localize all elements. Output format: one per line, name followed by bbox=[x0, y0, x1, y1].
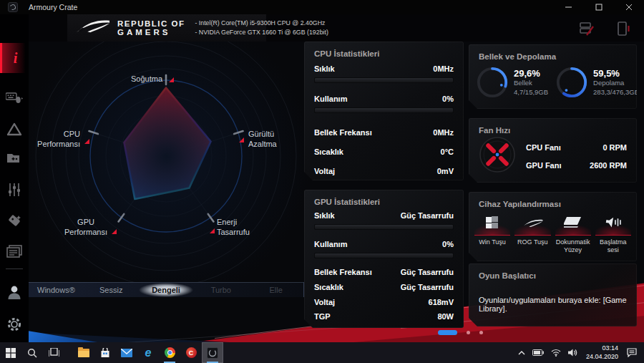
tab-sessiz[interactable]: Sessiz bbox=[84, 283, 139, 297]
system-specs: - Intel(R) Core(TM) i5-9300H CPU @ 2.40G… bbox=[195, 19, 328, 37]
sidebar-item-offers[interactable] bbox=[0, 205, 29, 236]
sidebar-divider bbox=[6, 268, 23, 269]
edge-button[interactable]: e bbox=[137, 342, 159, 363]
brand-line1: REPUBLIC OF bbox=[117, 19, 185, 28]
tray-expand-chevron[interactable] bbox=[514, 342, 529, 363]
window-title: Armoury Crate bbox=[29, 3, 77, 11]
chrome-button[interactable] bbox=[159, 342, 180, 363]
rog-banner: REPUBLIC OF GAMERS - Intel(R) Core(TM) i… bbox=[67, 14, 266, 42]
sidebar-item-devices[interactable] bbox=[0, 83, 29, 113]
titlebar: Armoury Crate bbox=[0, 0, 644, 14]
mail-button[interactable] bbox=[116, 342, 137, 363]
rog-logo-icon bbox=[76, 17, 110, 39]
search-button[interactable] bbox=[21, 342, 43, 363]
mobile-connect-icon[interactable] bbox=[614, 20, 630, 36]
armoury-crate-window: Armoury Crate bbox=[0, 0, 644, 363]
stat-row: SıcaklıkGüç Tasarrufu bbox=[304, 283, 464, 291]
fan-speed-panel: Fan Hızı bbox=[469, 118, 637, 183]
performance-radar: Soğutma GürültüAzaltma CPUPerformansı GP… bbox=[29, 42, 304, 282]
minimize-button[interactable] bbox=[554, 0, 584, 14]
storage-label: Depolama bbox=[593, 79, 639, 88]
memory-detail: 4,7/15,9GB bbox=[514, 88, 548, 97]
tab-turbo[interactable]: Turbo bbox=[193, 283, 248, 297]
ccleaner-icon: C bbox=[186, 347, 197, 358]
sidebar-item-aura-sync[interactable] bbox=[0, 115, 29, 145]
axis-marker-icon bbox=[239, 137, 244, 142]
header-actions bbox=[578, 20, 630, 36]
tab-dengeli[interactable]: Dengeli bbox=[139, 283, 194, 297]
memory-label: Bellek bbox=[514, 79, 548, 88]
panel-title: Fan Hızı bbox=[469, 118, 637, 135]
gear-icon bbox=[6, 316, 22, 332]
panel-title: Oyun Başlatıcı bbox=[469, 263, 637, 280]
stat-row: Voltaj0mV bbox=[304, 167, 464, 175]
spec-cpu: - Intel(R) Core(TM) i5-9300H CPU @ 2.40G… bbox=[195, 19, 328, 28]
toggle-win-key[interactable]: Win Tuşu bbox=[474, 213, 510, 255]
stat-row: SıklıkGüç Tasarrufu bbox=[304, 211, 464, 220]
gpu-frequency-bar bbox=[314, 224, 454, 230]
sidebar-item-game-library[interactable] bbox=[0, 143, 29, 173]
store-icon bbox=[100, 348, 110, 358]
toggle-boot-sound[interactable]: Başlatma sesi bbox=[595, 213, 631, 255]
page-dot-active[interactable] bbox=[438, 330, 457, 335]
panel-title: Cihaz Yapılandırması bbox=[469, 192, 637, 208]
close-button[interactable] bbox=[614, 0, 644, 14]
cpu-usage-bar bbox=[314, 107, 454, 113]
sidebar-item-featured[interactable] bbox=[0, 236, 29, 266]
stat-row: TGP80W bbox=[304, 312, 464, 321]
app-logo-icon bbox=[8, 2, 18, 12]
action-center-button[interactable] bbox=[623, 342, 644, 363]
panel-title: Bellek ve Depolama bbox=[469, 44, 637, 61]
sidebar-item-user[interactable] bbox=[0, 276, 29, 306]
armoury-crate-taskbar-button[interactable] bbox=[202, 342, 223, 363]
rog-key-icon bbox=[522, 217, 543, 233]
device-config-panel: Cihaz Yapılandırması Win Tuşu ROG Tuşu bbox=[469, 192, 637, 261]
volume-icon[interactable] bbox=[565, 342, 581, 363]
toggle-rog-key[interactable]: ROG Tuşu bbox=[514, 213, 550, 255]
tab-elle[interactable]: Elle bbox=[248, 283, 303, 297]
memory-ring-gauge-icon bbox=[476, 66, 509, 99]
axis-marker-icon bbox=[84, 139, 89, 144]
memory-rings: 29,6% Bellek 4,7/15,9GB 59,5% Depolama bbox=[469, 61, 637, 99]
sidebar-item-home[interactable]: i bbox=[0, 43, 29, 73]
axis-marker-icon bbox=[112, 229, 117, 234]
microsoft-store-button[interactable] bbox=[94, 342, 116, 363]
page-dot[interactable] bbox=[479, 331, 483, 334]
start-button[interactable] bbox=[0, 342, 21, 363]
file-explorer-button[interactable] bbox=[73, 342, 94, 363]
window-controls bbox=[554, 0, 644, 14]
sidebar-item-fan-tuning[interactable] bbox=[0, 175, 29, 205]
maximize-button[interactable] bbox=[584, 0, 614, 14]
task-view-button[interactable] bbox=[43, 342, 64, 363]
sidebar-item-settings[interactable] bbox=[0, 309, 29, 339]
mail-icon bbox=[121, 349, 132, 357]
boot-sound-icon bbox=[605, 216, 622, 233]
tag-icon bbox=[7, 213, 22, 228]
taskbar-clock[interactable]: 03:14 24.04.2020 bbox=[581, 344, 623, 361]
page-dot[interactable] bbox=[467, 331, 470, 334]
gpu-usage-bar bbox=[314, 253, 454, 258]
app-header: REPUBLIC OF GAMERS - Intel(R) Core(TM) i… bbox=[0, 14, 644, 42]
stat-row: Bellek Frekansı0MHz bbox=[304, 128, 464, 137]
battery-icon[interactable] bbox=[529, 342, 547, 363]
tab-windows[interactable]: Windows® bbox=[29, 283, 84, 297]
axis-marker-icon bbox=[210, 228, 215, 233]
toggle-touchpad[interactable]: Dokunmatik Yüzey bbox=[555, 213, 591, 255]
stat-row: Kullanım0% bbox=[304, 240, 464, 248]
home-i-icon: i bbox=[14, 50, 18, 67]
app-body: REPUBLIC OF GAMERS - Intel(R) Core(TM) i… bbox=[0, 14, 644, 342]
spec-gpu: - NVIDIA GeForce GTX 1660 Ti @ 6GB (192b… bbox=[195, 28, 328, 37]
user-avatar-icon bbox=[7, 284, 21, 299]
fan-row: CPU Fanı0 RPM bbox=[526, 143, 627, 152]
panel-title: GPU İstatistikleri bbox=[304, 190, 464, 206]
whats-new-icon[interactable] bbox=[578, 20, 594, 36]
ccleaner-button[interactable]: C bbox=[180, 342, 202, 363]
wifi-icon[interactable] bbox=[547, 342, 565, 363]
clock-date: 24.04.2020 bbox=[586, 353, 618, 362]
memory-storage-panel: Bellek ve Depolama 29,6% Bellek 4,7/15,9… bbox=[469, 44, 637, 109]
brand-wordmark: REPUBLIC OF GAMERS bbox=[117, 19, 185, 37]
game-launcher-panel[interactable]: Oyun Başlatıcı Oyunları/uygulamaları bur… bbox=[469, 263, 637, 326]
file-explorer-icon bbox=[78, 349, 89, 357]
stat-row: Kullanım0% bbox=[304, 95, 464, 103]
game-folder-icon bbox=[6, 152, 23, 165]
